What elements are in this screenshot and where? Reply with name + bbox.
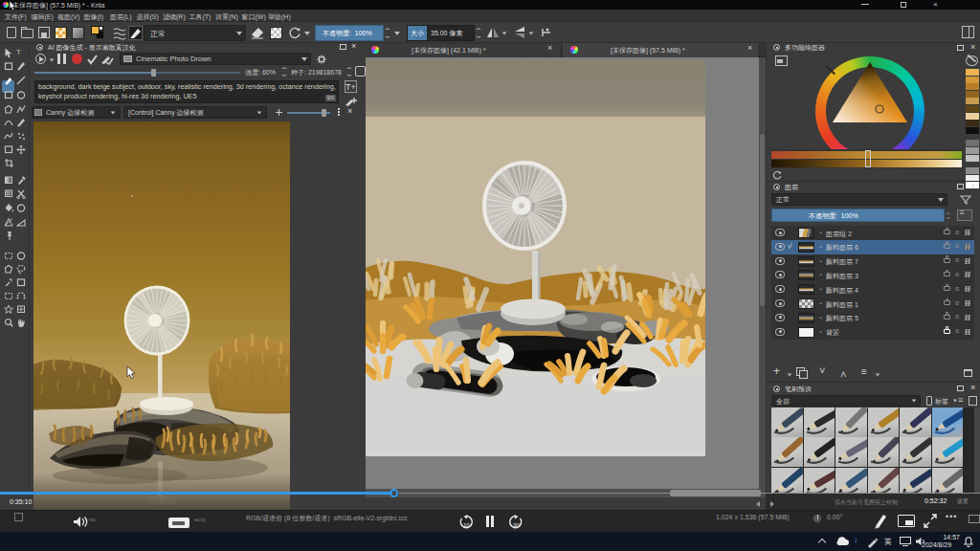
svg-text:30: 30 [513, 522, 520, 528]
svg-text:10: 10 [463, 522, 470, 528]
